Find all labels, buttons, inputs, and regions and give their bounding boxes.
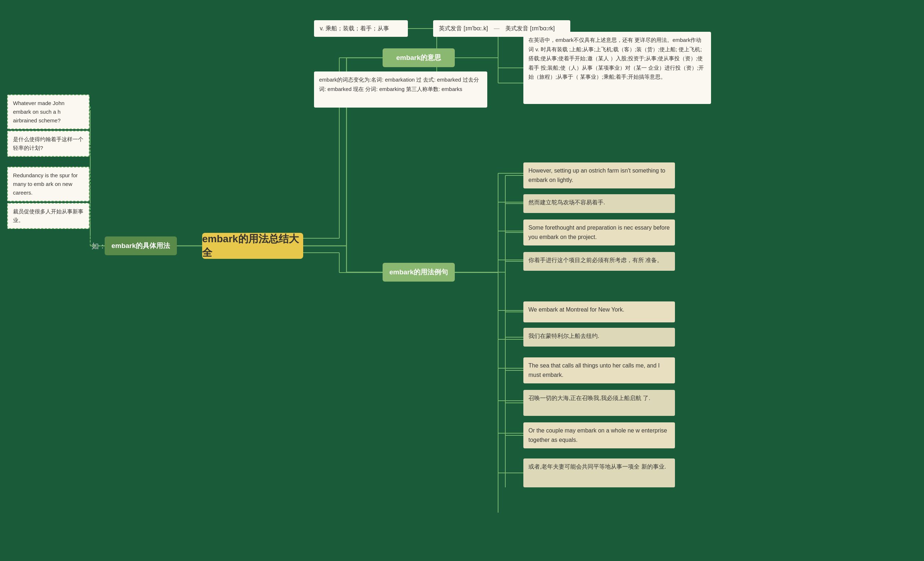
center-node-label: embark的用法总结大全 [202,232,303,260]
example-3-zh: 我们在蒙特利尔上船去纽约. [524,328,675,346]
pronunciation-british: 英式发音 [ɪm'bɑː.k] [439,25,488,33]
example-4-zh: 召唤一切的大海,正在召唤我,我必须上船启航 了. [524,390,675,416]
left-chinese-2: 裁员促使很多人开始从事新事业。 [7,203,90,229]
example-4-en-text: The sea that calls all things unto her c… [528,363,660,378]
pronunciation-brief: v. 乘船；装载；着手；从事 [314,20,408,37]
example-5-zh-text: 或者,老年夫妻可能会共同平等地从事一项全 新的事业. [528,464,666,470]
morphology-box: embark的词态变化为:名词: embarkation 过 去式: embar… [314,72,487,108]
left-middle-label: embark的具体用法 [111,241,170,250]
example-2-zh: 你着手进行这个项目之前必须有所考虑，有所 准备。 [524,252,675,271]
example-1-zh: 然而建立鸵鸟农场不容易着手. [524,194,675,213]
meaning-node: embark的意思 [382,48,455,67]
left-english-1-text: Whatever made John embark on such a h ai… [13,100,64,123]
example-1-en-text: However, setting up an ostrich farm isn'… [528,168,665,183]
mind-map: embark的用法总结大全 embark的具体用法 如： Whatever ma… [0,0,924,561]
left-english-2-text: Redundancy is the spur for many to emb a… [13,172,78,196]
example-5-en-text: Or the couple may embark on a whole ne w… [528,428,667,443]
example-3-zh-text: 我们在蒙特利尔上船去纽约. [528,333,599,339]
example-2-en-text: Some forethought and preparation is nec … [528,225,669,240]
example-4-en: The sea that calls all things unto her c… [524,357,675,383]
meaning-node-label: embark的意思 [396,53,441,63]
left-english-1: Whatever made John embark on such a h ai… [7,94,90,129]
example-1-en: However, setting up an ostrich farm isn'… [524,162,675,189]
left-english-2: Redundancy is the spur for many to emb a… [7,167,90,201]
example-2-en: Some forethought and preparation is nec … [524,219,675,246]
example-5-en: Or the couple may embark on a whole ne w… [524,422,675,448]
example-3-en-text: We embark at Montreal for New York. [528,306,624,313]
examples-node: embark的用法例句 [382,263,455,282]
pronunciation-brief-text: v. 乘船；装载；着手；从事 [320,25,389,33]
example-4-zh-text: 召唤一切的大海,正在召唤我,我必须上船启航 了. [528,395,650,401]
left-chinese-2-text: 裁员促使很多人开始从事新事业。 [13,208,83,223]
example-2-zh-text: 你着手进行这个项目之前必须有所考虑，有所 准备。 [528,257,663,263]
meaning-detail-text: 在英语中，embark不仅具有上述意思，还有 更详尽的用法。embark作动词 … [528,37,704,80]
example-3-en: We embark at Montreal for New York. [524,302,675,322]
example-1-zh-text: 然而建立鸵鸟农场不容易着手. [528,199,605,206]
example-label: 如： [92,241,106,251]
left-middle-node: embark的具体用法 [105,237,177,255]
meaning-detail: 在英语中，embark不仅具有上述意思，还有 更详尽的用法。embark作动词 … [524,32,711,104]
left-chinese-1-text: 是什么使得约翰着手这样一个轻率的计划? [13,136,83,151]
left-chinese-1: 是什么使得约翰着手这样一个轻率的计划? [7,130,90,157]
morphology-text: embark的词态变化为:名词: embarkation 过 去式: embar… [319,76,479,92]
examples-node-label: embark的用法例句 [390,267,448,277]
center-node: embark的用法总结大全 [202,233,303,259]
example-5-zh: 或者,老年夫妻可能会共同平等地从事一项全 新的事业. [524,459,675,488]
pronunciation-american: 美式发音 [ɪm'bɑːrk] [506,25,555,33]
